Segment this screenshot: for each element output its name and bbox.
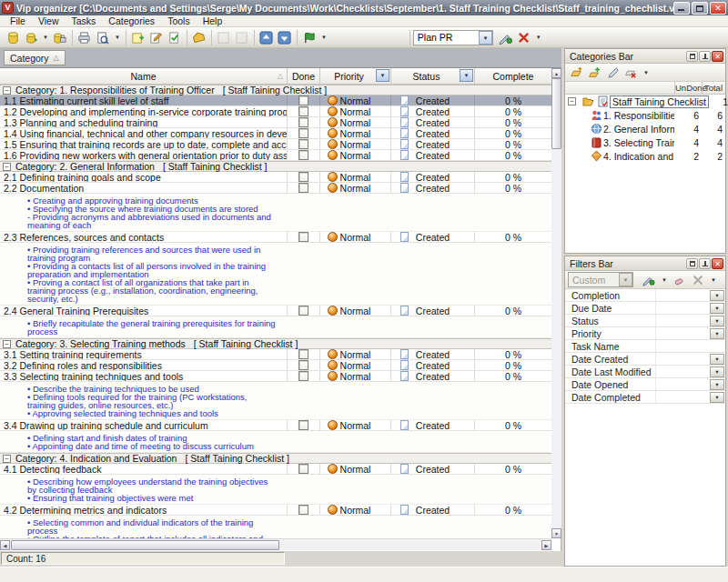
- task-done-cell[interactable]: [288, 139, 320, 149]
- database-properties-button[interactable]: [51, 29, 69, 46]
- task-done-cell[interactable]: [288, 117, 320, 127]
- delete-filter-button[interactable]: [690, 272, 706, 287]
- open-database-button[interactable]: [22, 29, 40, 46]
- close-button[interactable]: ✕: [710, 2, 726, 15]
- task-priority-cell[interactable]: Normal: [320, 183, 391, 193]
- filter-row-task-name[interactable]: Task Name: [565, 340, 725, 353]
- collapse-all-button[interactable]: [233, 29, 251, 46]
- column-header-done[interactable]: Done: [288, 68, 320, 84]
- task-status-cell[interactable]: Created: [391, 505, 475, 515]
- task-status-cell[interactable]: Created: [391, 306, 475, 316]
- categories-undock-button[interactable]: [686, 51, 698, 62]
- done-checkbox[interactable]: [298, 150, 308, 160]
- task-status-cell[interactable]: Created: [391, 150, 475, 160]
- grid-horizontal-scrollbar[interactable]: ◀ ▶: [0, 538, 551, 550]
- scroll-left-icon[interactable]: ◀: [0, 540, 10, 550]
- task-priority-cell[interactable]: Normal: [320, 150, 391, 160]
- filter-row-due-date[interactable]: Due Date▼: [565, 302, 725, 315]
- done-checkbox[interactable]: [298, 95, 308, 105]
- tree-category-row[interactable]: 1. Responsibilities of Training C66: [565, 108, 725, 122]
- task-priority-cell[interactable]: Normal: [320, 139, 391, 149]
- categories-toolbar-dropdown-icon[interactable]: ▼: [641, 70, 652, 75]
- tree-collapse-icon[interactable]: −: [568, 97, 576, 105]
- task-done-cell[interactable]: [288, 106, 320, 116]
- task-row[interactable]: 1.1 Estimating current skill level of st…: [0, 95, 551, 106]
- task-priority-cell[interactable]: Normal: [320, 349, 391, 359]
- task-done-cell[interactable]: [288, 95, 320, 105]
- menu-tools[interactable]: Tools: [161, 15, 197, 27]
- filter-dropdown-icon[interactable]: ▼: [710, 316, 724, 326]
- new-task-button[interactable]: [129, 29, 147, 46]
- column-header-priority[interactable]: Priority ▼: [320, 68, 391, 84]
- task-row[interactable]: 2.2 DocumentationNormalCreated0 %: [0, 183, 551, 194]
- filters-pin-button[interactable]: [699, 258, 711, 269]
- done-checkbox[interactable]: [298, 117, 308, 127]
- complete-task-button[interactable]: [166, 29, 184, 46]
- task-done-cell[interactable]: [288, 232, 320, 242]
- group-by-category-chip[interactable]: Category △: [4, 50, 66, 65]
- menu-categories[interactable]: Categories: [102, 15, 161, 27]
- status-filter-button[interactable]: ▼: [460, 69, 473, 82]
- apply-filter-dropdown-icon[interactable]: ▼: [659, 277, 670, 283]
- task-done-cell[interactable]: [288, 464, 320, 474]
- undone-column-header[interactable]: UnDone: [674, 82, 702, 94]
- done-checkbox[interactable]: [298, 505, 308, 515]
- categories-pin-button[interactable]: [699, 51, 711, 62]
- task-done-cell[interactable]: [288, 172, 320, 182]
- go-flag-button[interactable]: [300, 29, 318, 46]
- filter-row-completion[interactable]: Completion▼: [565, 289, 725, 302]
- collapse-group-icon[interactable]: −: [3, 163, 11, 171]
- plan-combobox[interactable]: Plan PR ▼: [413, 30, 493, 45]
- task-status-cell[interactable]: Created: [391, 232, 475, 242]
- task-status-cell[interactable]: Created: [391, 106, 475, 116]
- task-priority-cell[interactable]: Normal: [320, 306, 391, 316]
- task-row[interactable]: 1.5 Ensuring that training records are u…: [0, 139, 551, 150]
- task-status-cell[interactable]: Created: [391, 371, 475, 381]
- delete-category-button[interactable]: [622, 65, 639, 80]
- move-up-button[interactable]: [258, 29, 276, 46]
- task-done-cell[interactable]: [288, 306, 320, 316]
- task-status-cell[interactable]: Created: [391, 464, 475, 474]
- done-checkbox[interactable]: [298, 106, 308, 116]
- filters-close-button[interactable]: ✕: [712, 258, 723, 269]
- task-done-cell[interactable]: [288, 128, 320, 138]
- column-header-status[interactable]: Status ▼: [391, 68, 475, 84]
- task-priority-cell[interactable]: Normal: [320, 232, 391, 242]
- task-row[interactable]: 4.1 Detecting feedbackNormalCreated0 %: [0, 464, 551, 475]
- collapse-group-icon[interactable]: −: [3, 340, 11, 348]
- collapse-group-icon[interactable]: −: [3, 86, 11, 95]
- done-checkbox[interactable]: [298, 360, 308, 370]
- filter-preset-arrow-icon[interactable]: ▼: [619, 273, 632, 286]
- tree-category-row[interactable]: 2. General Information44: [565, 122, 725, 135]
- done-checkbox[interactable]: [298, 349, 308, 359]
- filter-row-date-completed[interactable]: Date Completed▼: [565, 391, 725, 404]
- category-group-row[interactable]: −Category: 3. Selecting Training methods…: [0, 338, 551, 349]
- print-preview-button[interactable]: [94, 29, 112, 46]
- task-priority-cell[interactable]: Normal: [320, 117, 391, 127]
- plan-dropdown-icon[interactable]: ▼: [533, 35, 544, 40]
- filter-dropdown-icon[interactable]: ▼: [710, 354, 724, 365]
- scroll-right-icon[interactable]: ▶: [541, 540, 551, 550]
- task-status-cell[interactable]: Created: [391, 183, 475, 193]
- done-checkbox[interactable]: [298, 232, 308, 242]
- task-row[interactable]: 2.3 References, sources and contactsNorm…: [0, 232, 551, 243]
- done-checkbox[interactable]: [298, 128, 308, 138]
- menu-help[interactable]: Help: [197, 15, 229, 27]
- task-done-cell[interactable]: [288, 505, 320, 515]
- task-status-cell[interactable]: Created: [391, 349, 475, 359]
- filter-dropdown-icon[interactable]: ▼: [710, 379, 724, 390]
- tree-category-row[interactable]: 3. Selecting Training methods44: [565, 135, 725, 149]
- task-row[interactable]: 3.1 Setting training requirementsNormalC…: [0, 349, 551, 360]
- collapse-group-icon[interactable]: −: [3, 455, 11, 463]
- filter-preset-combobox[interactable]: Custom ▼: [568, 272, 633, 287]
- task-row[interactable]: 2.4 General Training PrerequisitesNormal…: [0, 306, 551, 316]
- done-checkbox[interactable]: [298, 420, 308, 430]
- task-status-cell[interactable]: Created: [391, 420, 475, 430]
- task-row[interactable]: 1.3 Planning and scheduling trainingNorm…: [0, 117, 551, 128]
- go-flag-dropdown-icon[interactable]: ▼: [318, 35, 329, 40]
- filter-row-status[interactable]: Status▼: [565, 315, 725, 327]
- task-done-cell[interactable]: [288, 150, 320, 160]
- scroll-down-icon[interactable]: ▼: [551, 528, 561, 538]
- done-checkbox[interactable]: [298, 371, 308, 381]
- apply-plan-button[interactable]: [497, 29, 515, 46]
